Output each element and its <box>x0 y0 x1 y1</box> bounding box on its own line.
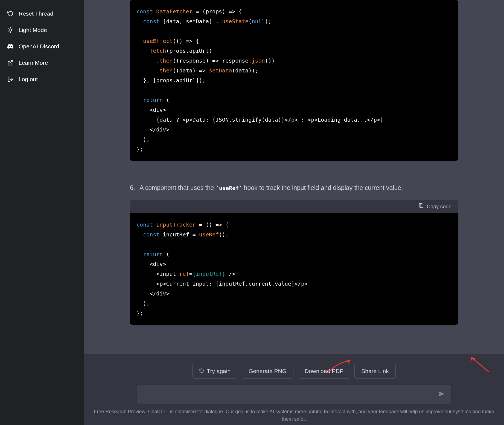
copy-code-label: Copy code <box>427 204 451 210</box>
chat-content: const DataFetcher = (props) => { const [… <box>84 0 504 354</box>
list-number: 6. <box>130 183 135 193</box>
footer: Try again Generate PNG Download PDF Shar… <box>84 354 504 425</box>
sidebar-item-learn-more[interactable]: Learn More <box>3 55 81 71</box>
sidebar-item-label: Light Mode <box>19 27 47 33</box>
code-block-2-wrapper: Copy code const InputTracker = () => { c… <box>130 200 458 325</box>
logout-icon <box>7 76 14 83</box>
sidebar-item-label: Log out <box>19 76 38 83</box>
message-input[interactable] <box>143 391 438 398</box>
message-input-box[interactable] <box>137 385 451 404</box>
svg-line-3 <box>8 28 9 28</box>
try-again-button[interactable]: Try again <box>192 364 237 379</box>
action-button-row: Try again Generate PNG Download PDF Shar… <box>84 364 504 379</box>
svg-line-7 <box>8 32 9 32</box>
svg-line-9 <box>10 61 13 63</box>
sun-icon <box>7 27 14 33</box>
clipboard-icon <box>418 203 424 210</box>
sidebar-item-logout[interactable]: Log out <box>3 71 81 87</box>
refresh-icon <box>7 10 14 17</box>
sidebar-item-label: Learn More <box>19 60 48 66</box>
main-area: const DataFetcher = (props) => { const [… <box>84 0 504 425</box>
generate-png-button[interactable]: Generate PNG <box>242 364 293 379</box>
svg-rect-11 <box>420 204 423 207</box>
external-link-icon <box>7 60 14 66</box>
sidebar-item-discord[interactable]: OpenAI Discord <box>3 38 81 55</box>
sidebar-item-reset-thread[interactable]: Reset Thread <box>3 5 81 22</box>
refresh-icon <box>199 368 204 374</box>
svg-line-4 <box>12 32 12 32</box>
sidebar-item-label: OpenAI Discord <box>19 43 59 50</box>
disclaimer-text: Free Research Preview: ChatGPT is optimi… <box>84 404 504 423</box>
svg-point-0 <box>9 29 11 31</box>
inline-code-useref: `useRef` <box>216 185 242 191</box>
share-link-button[interactable]: Share Link <box>354 364 395 379</box>
list-text: A component that uses the `useRef` hook … <box>139 183 403 193</box>
copy-code-button[interactable]: Copy code <box>130 200 458 213</box>
code-block-1-wrapper: const DataFetcher = (props) => { const [… <box>130 0 458 172</box>
sidebar: Reset Thread Light Mode OpenAI Discord L… <box>0 0 84 425</box>
discord-icon <box>7 43 14 50</box>
download-pdf-button[interactable]: Download PDF <box>298 364 350 379</box>
code-block-1: const DataFetcher = (props) => { const [… <box>130 0 458 161</box>
sidebar-item-light-mode[interactable]: Light Mode <box>3 22 81 38</box>
list-item-6: 6. A component that uses the `useRef` ho… <box>130 183 458 193</box>
sidebar-item-label: Reset Thread <box>19 10 53 17</box>
svg-line-8 <box>12 28 12 28</box>
send-icon[interactable] <box>438 391 445 398</box>
code-block-2: const InputTracker = () => { const input… <box>130 213 458 325</box>
